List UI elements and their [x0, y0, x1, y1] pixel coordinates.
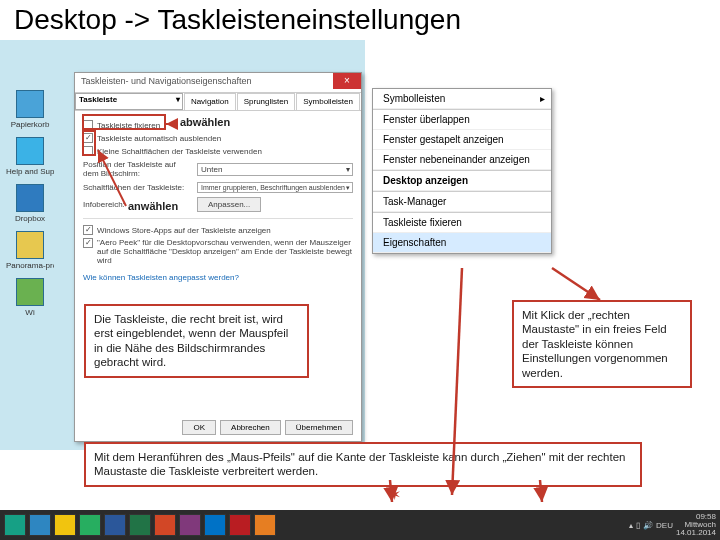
dialog-titlebar: Taskleisten- und Navigationseigenschafte…: [75, 73, 361, 93]
system-tray[interactable]: ▴ ▯ 🔊 DEU 09:58 Mittwoch 14.01.2014: [629, 513, 716, 537]
ctx-taskmanager[interactable]: Task-Manager: [373, 192, 551, 212]
tab-taskleiste[interactable]: Taskleiste: [75, 93, 183, 110]
label-peek: "Aero Peek" für die Desktopvorschau verw…: [97, 238, 353, 265]
ok-button[interactable]: OK: [182, 420, 216, 435]
tab-symbolleisten[interactable]: Symbolleisten: [296, 93, 360, 110]
dialog-tabs: Taskleiste Navigation Sprunglisten Symbo…: [75, 93, 361, 111]
taskbar-icon-onenote[interactable]: [179, 514, 201, 536]
tray-network-icon[interactable]: ▯: [636, 521, 640, 530]
label-position: Position der Taskleiste auf dem Bildschi…: [83, 160, 193, 178]
help-link[interactable]: Wie können Taskleisten angepasst werden?: [83, 273, 353, 282]
label-small: Kleine Schaltflächen der Taskleiste verw…: [97, 147, 262, 156]
ctx-gestapelt[interactable]: Fenster gestapelt anzeigen: [373, 130, 551, 150]
annotation-bottom-note: Mit dem Heranführen des „Maus-Pfeils" au…: [84, 442, 642, 487]
page-title: Desktop -> Taskleisteneinstellungen: [0, 0, 720, 40]
desktop-icon-recycle[interactable]: Papierkorb: [6, 90, 54, 129]
desktop-icon-wi[interactable]: Wi: [6, 278, 54, 317]
dialog-title-text: Taskleisten- und Navigationseigenschafte…: [81, 76, 252, 86]
dialog-body: Taskleiste fixieren Taskleiste automatis…: [75, 111, 361, 288]
label-buttons: Schaltflächen der Taskleiste:: [83, 183, 193, 192]
tray-clock[interactable]: 09:58 Mittwoch 14.01.2014: [676, 513, 716, 537]
checkbox-peek[interactable]: [83, 238, 93, 248]
taskbar-icon-ie[interactable]: [29, 514, 51, 536]
tab-navigation[interactable]: Navigation: [184, 93, 236, 110]
svg-line-1: [552, 268, 600, 300]
tray-volume-icon[interactable]: 🔊: [643, 521, 653, 530]
checkbox-store[interactable]: [83, 225, 93, 235]
tab-sprunglisten[interactable]: Sprunglisten: [237, 93, 295, 110]
ctx-fixieren[interactable]: Taskleiste fixieren: [373, 213, 551, 233]
svg-text:✶: ✶: [388, 486, 401, 503]
tray-lang[interactable]: DEU: [656, 521, 673, 530]
taskbar-icon-excel[interactable]: [129, 514, 151, 536]
label-store: Windows Store-Apps auf der Taskleiste an…: [97, 226, 271, 235]
desktop-icon-dropbox[interactable]: Dropbox: [6, 184, 54, 223]
close-icon[interactable]: ×: [333, 73, 361, 89]
tray-chevron-up-icon[interactable]: ▴: [629, 521, 633, 530]
select-buttons[interactable]: Immer gruppieren, Beschriftungen ausblen…: [197, 182, 353, 193]
annotation-anwaehlen: anwählen: [128, 200, 178, 214]
ctx-eigenschaften[interactable]: Eigenschaften: [373, 233, 551, 253]
ctx-desktop-anzeigen[interactable]: Desktop anzeigen: [373, 171, 551, 191]
taskbar-icon-explorer[interactable]: [54, 514, 76, 536]
ctx-ueberlappen[interactable]: Fenster überlappen: [373, 110, 551, 130]
ctx-symbolleisten[interactable]: Symbolleisten: [373, 89, 551, 109]
highlight-checkboxes: [82, 130, 96, 156]
desktop-icon-panorama[interactable]: Panorama-projekt: [6, 231, 54, 270]
start-button[interactable]: [4, 514, 26, 536]
customize-button[interactable]: Anpassen...: [197, 197, 261, 212]
taskbar-icon-store[interactable]: [79, 514, 101, 536]
taskbar-icon-mail[interactable]: [204, 514, 226, 536]
ctx-nebeneinander[interactable]: Fenster nebeneinander anzeigen: [373, 150, 551, 170]
desktop-icon-help[interactable]: Help and Support: [6, 137, 54, 176]
taskbar[interactable]: ▴ ▯ 🔊 DEU 09:58 Mittwoch 14.01.2014: [0, 510, 720, 540]
desktop-icons: Papierkorb Help and Support Dropbox Pano…: [6, 90, 66, 325]
label-autohide: Taskleiste automatisch ausblenden: [97, 134, 221, 143]
highlight-fixieren: [82, 114, 166, 130]
select-position[interactable]: Unten: [197, 163, 353, 176]
taskbar-icon-media[interactable]: [254, 514, 276, 536]
cancel-button[interactable]: Abbrechen: [220, 420, 281, 435]
apply-button[interactable]: Übernehmen: [285, 420, 353, 435]
annotation-left-note: Die Taskleiste, die recht breit ist, wir…: [84, 304, 309, 378]
taskbar-icon-ppt[interactable]: [154, 514, 176, 536]
annotation-abwaehlen: abwählen: [180, 116, 230, 130]
annotation-right-note: Mit Klick der „rechten Maustaste" in ein…: [512, 300, 692, 388]
taskbar-icon-reader[interactable]: [229, 514, 251, 536]
taskbar-icon-word[interactable]: [104, 514, 126, 536]
stage: Papierkorb Help and Support Dropbox Pano…: [0, 40, 720, 540]
taskbar-context-menu: Symbolleisten Fenster überlappen Fenster…: [372, 88, 552, 254]
